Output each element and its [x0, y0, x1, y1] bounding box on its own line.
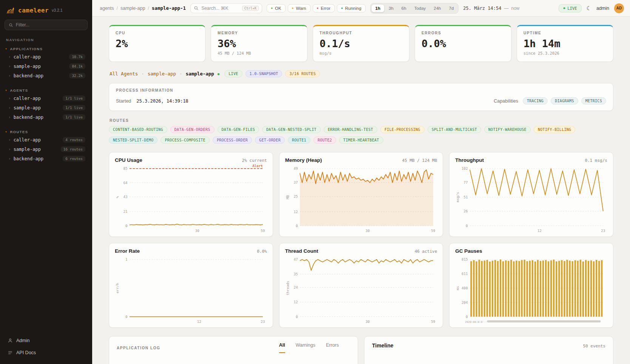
item-count-badge: 10.7k — [69, 54, 85, 60]
log-tab-warnings[interactable]: Warnings — [296, 342, 315, 353]
route-badge-process-order[interactable]: PROCESS-ORDER — [213, 137, 252, 144]
stat-card-cpu: CPU2% — [109, 25, 205, 62]
route-badge-data-gen-orders[interactable]: DATA-GEN-ORDERS — [170, 126, 215, 133]
sidebar-item-agents-backend-app[interactable]: ›backend-app1/1 live — [5, 112, 88, 122]
filter-input[interactable] — [16, 22, 83, 28]
chart-header: Memory (Heap)45 MB / 124 MB — [285, 157, 437, 163]
capability-badges: TRACINGDIAGRAMSMETRICS — [523, 97, 606, 104]
route-badge-data-gen-nested-split[interactable]: DATA-GEN-NESTED-SPLIT — [262, 126, 321, 133]
time-range-today[interactable]: Today — [411, 5, 430, 12]
app-version: v3.2.1 — [52, 8, 63, 12]
status-filter-error[interactable]: ●Error — [313, 4, 335, 12]
started-value: 25.3.2026, 14:39:18 — [136, 98, 188, 104]
svg-text:21: 21 — [123, 209, 127, 213]
route-badge-error-handling-test[interactable]: ERROR-HANDLING-TEST — [324, 126, 377, 133]
svg-text:msg/s: msg/s — [456, 192, 460, 203]
svg-text:37: 37 — [293, 180, 298, 184]
sidebar-item-routes-sample-app[interactable]: ›sample-app16 routes — [5, 144, 88, 154]
log-tab-errors[interactable]: Errors — [326, 342, 339, 353]
sidebar-section-header-agents[interactable]: ▾AGENTS — [5, 87, 88, 94]
status-filter-running[interactable]: ●Running — [337, 4, 366, 12]
breadcrumb-current: sample-app-1 — [152, 5, 186, 11]
stat-label: THROUGHPUT — [320, 31, 403, 35]
time-range-7d[interactable]: 7d — [445, 5, 458, 12]
timeline-events-count: 50 events — [583, 344, 605, 349]
svg-text:64: 64 — [123, 181, 128, 185]
sidebar-item-admin[interactable]: Admin — [5, 335, 88, 346]
agent-app-link[interactable]: sample-app — [148, 71, 176, 77]
date-now: now — [511, 6, 519, 11]
all-agents-link[interactable]: All Agents — [110, 71, 138, 77]
sidebar-item-api-docs[interactable]: API Docs — [5, 347, 88, 358]
started-label: Started — [116, 98, 131, 104]
sidebar-filter[interactable] — [5, 20, 88, 30]
chart-scrollbar[interactable] — [487, 320, 601, 322]
chart-title: CPU Usage — [115, 157, 142, 163]
item-label: caller-app — [14, 137, 41, 143]
route-badge-data-gen-files[interactable]: DATA-GEN-FILES — [218, 126, 259, 133]
item-count-badge: 6 routes — [63, 156, 85, 161]
agent-breadcrumb: All Agents · sample-app · sample-app ● L… — [110, 70, 613, 77]
sidebar-section-header-routes[interactable]: ▾ROUTES — [5, 129, 88, 135]
breadcrumb-agents[interactable]: agents — [100, 6, 114, 11]
route-badge-route1[interactable]: ROUTE1 — [288, 137, 310, 144]
global-search[interactable]: Search... ⌘K Ctrl+K — [190, 3, 262, 13]
svg-text:59: 59 — [431, 229, 435, 233]
svg-text:23: 23 — [261, 319, 265, 324]
sidebar-item-applications-backend-app[interactable]: ›backend-app32.2k — [5, 71, 88, 80]
time-range-group: 1h3h6hToday24h7d — [370, 3, 459, 14]
routes-block: ROUTES CONTENT-BASED-ROUTINGDATA-GEN-ORD… — [109, 118, 613, 144]
sidebar-section-header-applications[interactable]: ▾APPLICATIONS — [5, 46, 88, 52]
sidebar-item-routes-caller-app[interactable]: ›caller-app4 routes — [5, 135, 88, 144]
timeline-title: Timeline — [372, 342, 394, 349]
status-filter-ok[interactable]: ●OK — [267, 4, 285, 12]
route-badge-nested-split-demo[interactable]: NESTED-SPLIT-DEMO — [109, 137, 158, 144]
chart-meta: 45 MB / 124 MB — [402, 158, 437, 163]
route-badge-timer-heartbeat[interactable]: TIMER-HEARTBEAT — [339, 137, 383, 144]
time-range-3h[interactable]: 3h — [385, 5, 397, 12]
theme-toggle[interactable]: ☾ — [587, 5, 591, 11]
sidebar-item-agents-caller-app[interactable]: ›caller-app1/1 live — [5, 94, 88, 103]
log-tab-all[interactable]: All — [279, 342, 285, 353]
breadcrumb-sample-app[interactable]: sample-app — [120, 6, 145, 11]
stat-sub: since 25.3.2026 — [523, 51, 607, 55]
item-label: backend-app — [14, 156, 43, 161]
date-range-control[interactable]: 25. März 14:54 — now — [463, 6, 519, 11]
route-badge-process-composite[interactable]: PROCESS-COMPOSITE — [161, 137, 209, 144]
routes-heading: ROUTES — [109, 118, 613, 123]
chevron-right-icon: › — [8, 64, 11, 69]
route-badge-route2[interactable]: ROUTE2 — [313, 137, 336, 144]
route-badge-split-and-multicast[interactable]: SPLIT-AND-MULTICAST — [428, 126, 481, 133]
sidebar-item-routes-backend-app[interactable]: ›backend-app6 routes — [5, 154, 88, 163]
route-badge-get-order[interactable]: GET-ORDER — [255, 137, 285, 144]
route-badge-file-processing[interactable]: FILE-PROCESSING — [380, 126, 425, 133]
chevron-right-icon: › — [8, 137, 11, 142]
status-filter-warn[interactable]: ●Warn — [288, 4, 310, 12]
bottom-row: APPLICATION LOG AllWarningsErrors Timeli… — [109, 336, 613, 364]
route-badge-content-based-routing[interactable]: CONTENT-BASED-ROUTING — [109, 126, 167, 133]
svg-text:0: 0 — [296, 315, 298, 319]
date-separator: — — [504, 6, 508, 11]
user-icon — [8, 338, 13, 343]
chart-header: Thread Count46 active — [285, 248, 437, 254]
time-range-1h[interactable]: 1h — [371, 4, 384, 12]
sidebar: cameleer v3.2.1 NAVIGATION ▾APPLICATIONS… — [0, 0, 92, 364]
status-dot-icon: ● — [292, 6, 294, 10]
svg-text:0: 0 — [125, 315, 128, 319]
application-log-title: APPLICATION LOG — [117, 346, 160, 350]
stat-sub: 45 MB / 124 MB — [218, 51, 301, 55]
chart-header: Throughput0.1 msg/s — [455, 157, 607, 163]
route-badge-notify-billing[interactable]: NOTIFY-BILLING — [534, 126, 576, 133]
sidebar-item-applications-caller-app[interactable]: ›caller-app10.7k — [5, 52, 88, 61]
item-label: backend-app — [14, 73, 43, 78]
route-badge-notify-warehouse[interactable]: NOTIFY-WAREHOUSE — [484, 126, 531, 133]
time-range-24h[interactable]: 24h — [430, 5, 445, 12]
sidebar-item-applications-sample-app[interactable]: ›sample-app84.1k — [5, 61, 88, 71]
svg-text:59: 59 — [261, 229, 265, 233]
avatar[interactable]: AD — [614, 3, 624, 13]
live-toggle[interactable]: ● LIVE — [559, 4, 581, 12]
stat-card-errors: ERRORS0.0% — [415, 25, 511, 62]
sidebar-item-agents-sample-app[interactable]: ›sample-app1/1 live — [5, 103, 88, 112]
stat-value: 1h 14m — [523, 38, 607, 49]
time-range-6h[interactable]: 6h — [398, 5, 410, 12]
